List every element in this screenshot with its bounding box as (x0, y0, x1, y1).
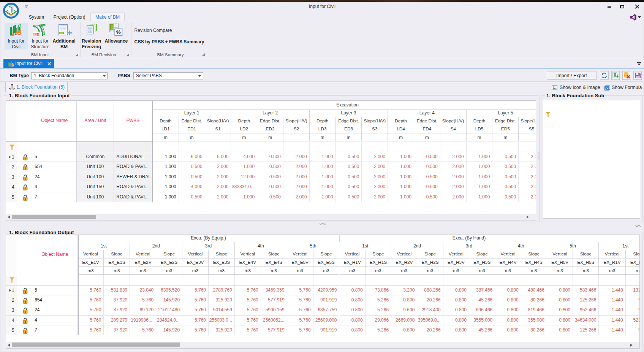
svg-text:BOM: BOM (33, 33, 40, 35)
svg-text:%: % (116, 29, 121, 35)
svg-text:BOM: BOM (15, 33, 21, 36)
svg-text:fx: fx (605, 86, 608, 90)
